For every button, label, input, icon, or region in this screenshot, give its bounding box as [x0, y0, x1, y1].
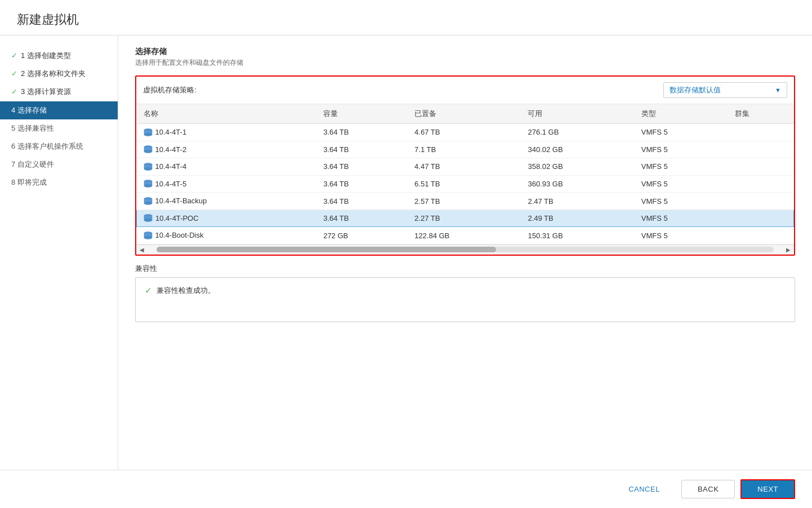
cell-type: VMFS 5	[635, 158, 728, 176]
table-row[interactable]: 10.4-4T-POC 3.64 TB 2.27 TB 2.49 TB VMFS…	[137, 210, 794, 227]
cell-provisioned: 7.1 TB	[408, 141, 521, 158]
step-label: 4 选择存储	[11, 105, 47, 115]
table-row[interactable]: 10.4-4T-2 3.64 TB 7.1 TB 340.02 GB VMFS …	[137, 141, 794, 158]
step-label: 7 自定义硬件	[11, 159, 54, 170]
check-icon: ✓	[11, 69, 17, 79]
check-icon: ✓	[11, 51, 17, 61]
scroll-left-icon[interactable]: ◀	[137, 246, 146, 254]
disk-icon	[144, 197, 153, 205]
table-row[interactable]: 10.4-4T-5 3.64 TB 6.51 TB 360.93 GB VMFS…	[137, 175, 794, 193]
storage-panel: 虚拟机存储策略: 数据存储默认值 ▼ 名称容量已置备可用类型群集	[135, 75, 795, 256]
scrollbar-thumb	[157, 247, 496, 252]
cell-cluster	[728, 193, 794, 210]
cell-cluster	[728, 210, 794, 227]
cell-type: VMFS 5	[635, 141, 728, 158]
cell-capacity: 3.64 TB	[316, 124, 408, 141]
cell-available: 150.31 GB	[521, 227, 634, 244]
table-header-row: 名称容量已置备可用类型群集	[137, 104, 794, 124]
step-label: 1 选择创建类型	[21, 51, 71, 61]
cell-provisioned: 4.67 TB	[408, 124, 521, 141]
sidebar-step-3[interactable]: ✓3 选择计算资源	[0, 83, 118, 101]
cell-available: 2.49 TB	[521, 210, 634, 227]
cell-name: 10.4-4T-2	[137, 141, 317, 158]
cell-name: 10.4-4T-Backup	[137, 193, 317, 210]
new-vm-dialog: 新建虚拟机 ✓1 选择创建类型✓2 选择名称和文件夹✓3 选择计算资源4 选择存…	[0, 0, 812, 508]
col-header-容量: 容量	[316, 104, 408, 124]
dialog-title: 新建虚拟机	[17, 11, 795, 28]
cell-name: 10.4-4T-4	[137, 158, 317, 176]
svg-point-14	[144, 202, 152, 204]
step-label: 5 选择兼容性	[11, 123, 54, 133]
datastore-dropdown-label: 数据存储默认值	[670, 85, 770, 95]
next-button[interactable]: NEXT	[740, 479, 795, 499]
cell-capacity: 3.64 TB	[316, 193, 408, 210]
disk-icon	[144, 145, 153, 153]
cell-name: 10.4-Boot-Disk	[137, 227, 317, 244]
cell-cluster	[728, 141, 794, 158]
col-header-类型: 类型	[635, 104, 728, 124]
cell-capacity: 3.64 TB	[316, 158, 408, 176]
compatibility-box: ✓ 兼容性检查成功。	[135, 277, 795, 322]
cell-provisioned: 4.47 TB	[408, 158, 521, 176]
cell-provisioned: 2.57 TB	[408, 193, 521, 210]
disk-icon	[144, 163, 153, 171]
sidebar-step-1[interactable]: ✓1 选择创建类型	[0, 47, 118, 65]
cell-name: 10.4-4T-5	[137, 175, 317, 193]
sidebar-step-7[interactable]: 7 自定义硬件	[0, 155, 118, 173]
disk-icon	[144, 214, 153, 222]
cell-cluster	[728, 175, 794, 193]
cell-type: VMFS 5	[635, 227, 728, 244]
cell-available: 360.93 GB	[521, 175, 634, 193]
col-header-名称: 名称	[137, 104, 317, 124]
horizontal-scrollbar[interactable]: ◀ ▶	[136, 244, 794, 255]
table-row[interactable]: 10.4-Boot-Disk 272 GB 122.84 GB 150.31 G…	[137, 227, 794, 244]
sidebar-step-5[interactable]: 5 选择兼容性	[0, 119, 118, 137]
sidebar-step-8[interactable]: 8 即将完成	[0, 173, 118, 191]
svg-point-17	[144, 219, 152, 222]
table-row[interactable]: 10.4-4T-4 3.64 TB 4.47 TB 358.02 GB VMFS…	[137, 158, 794, 176]
dialog-header: 新建虚拟机	[0, 0, 812, 35]
datastore-table: 名称容量已置备可用类型群集 10.4-4T-1 3.64 TB 4.67 TB …	[136, 104, 794, 244]
cell-cluster	[728, 227, 794, 244]
storage-toolbar: 虚拟机存储策略: 数据存储默认值 ▼	[136, 77, 794, 104]
compatibility-message: ✓ 兼容性检查成功。	[145, 286, 786, 296]
check-icon: ✓	[145, 286, 152, 296]
compatibility-text: 兼容性检查成功。	[157, 286, 215, 296]
cell-cluster	[728, 124, 794, 141]
sidebar-step-2[interactable]: ✓2 选择名称和文件夹	[0, 65, 118, 83]
table-row[interactable]: 10.4-4T-1 3.64 TB 4.67 TB 276.1 GB VMFS …	[137, 124, 794, 141]
cell-capacity: 3.64 TB	[316, 141, 408, 158]
cell-name: 10.4-4T-POC	[137, 210, 317, 227]
disk-icon	[144, 128, 153, 136]
cell-provisioned: 6.51 TB	[408, 175, 521, 193]
storage-table: 名称容量已置备可用类型群集 10.4-4T-1 3.64 TB 4.67 TB …	[136, 104, 794, 244]
step-label: 6 选择客户机操作系统	[11, 141, 83, 151]
cancel-button[interactable]: CANCEL	[613, 480, 676, 498]
table-row[interactable]: 10.4-4T-Backup 3.64 TB 2.57 TB 2.47 TB V…	[137, 193, 794, 210]
cell-available: 358.02 GB	[521, 158, 634, 176]
svg-point-8	[144, 167, 152, 170]
scrollbar-track	[157, 247, 774, 252]
compatibility-label: 兼容性	[135, 264, 795, 274]
col-header-已置备: 已置备	[408, 104, 521, 124]
section-subtitle: 选择用于配置文件和磁盘文件的存储	[135, 58, 795, 68]
check-icon: ✓	[11, 87, 17, 97]
back-button[interactable]: BACK	[681, 480, 735, 498]
table-body: 10.4-4T-1 3.64 TB 4.67 TB 276.1 GB VMFS …	[137, 124, 794, 244]
cell-available: 2.47 TB	[521, 193, 634, 210]
sidebar-step-4[interactable]: 4 选择存储	[0, 101, 118, 119]
main-content: 选择存储 选择用于配置文件和磁盘文件的存储 虚拟机存储策略: 数据存储默认值 ▼	[118, 35, 812, 470]
datastore-dropdown[interactable]: 数据存储默认值 ▼	[663, 82, 787, 98]
cell-available: 340.02 GB	[521, 141, 634, 158]
cell-type: VMFS 5	[635, 124, 728, 141]
sidebar: ✓1 选择创建类型✓2 选择名称和文件夹✓3 选择计算资源4 选择存储5 选择兼…	[0, 35, 118, 470]
cell-type: VMFS 5	[635, 210, 728, 227]
col-header-群集: 群集	[728, 104, 794, 124]
scroll-right-icon[interactable]: ▶	[784, 246, 793, 254]
svg-point-5	[144, 150, 152, 153]
cell-name: 10.4-4T-1	[137, 124, 317, 141]
dialog-footer: CANCEL BACK NEXT	[0, 470, 812, 508]
sidebar-step-6[interactable]: 6 选择客户机操作系统	[0, 137, 118, 155]
cell-capacity: 272 GB	[316, 227, 408, 244]
step-label: 8 即将完成	[11, 177, 47, 188]
